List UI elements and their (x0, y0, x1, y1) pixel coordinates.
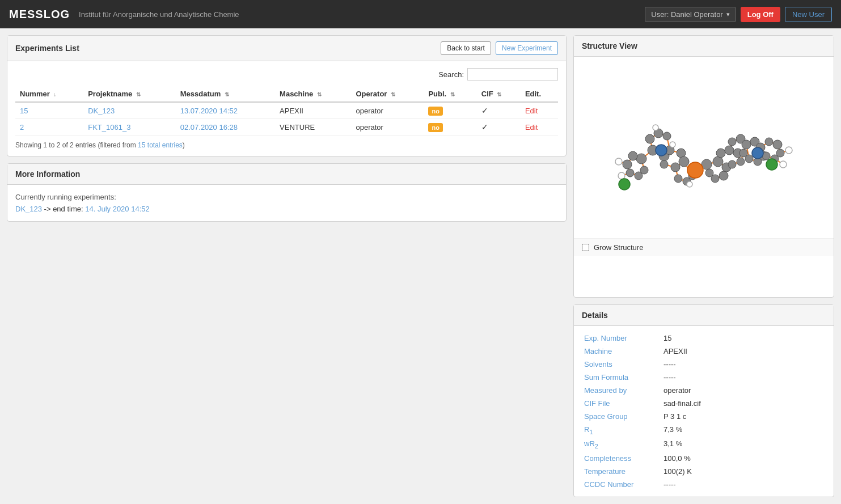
col-cif[interactable]: CIF ⇅ (477, 86, 521, 102)
svg-point-63 (679, 156, 689, 167)
svg-point-86 (737, 158, 745, 166)
logoff-button[interactable]: Log Off (741, 7, 780, 22)
projektname-link[interactable]: FKT_1061_3 (88, 123, 130, 132)
detail-value: operator (661, 384, 826, 397)
new-experiment-button[interactable]: New Experiment (496, 41, 558, 55)
detail-value: ----- (661, 358, 826, 371)
detail-value: P 3 1 c (661, 410, 826, 423)
edit-link[interactable]: Edit (525, 123, 538, 132)
nummer-link[interactable]: 2 (20, 123, 24, 132)
table-row: 2 FKT_1061_3 02.07.2020 16:28 VENTURE op… (15, 119, 558, 135)
detail-value: 3,1 % (661, 437, 826, 452)
details-row: Space Group P 3 1 c (582, 410, 826, 423)
grow-structure-checkbox[interactable] (582, 244, 589, 251)
details-row: Solvents ----- (582, 358, 826, 371)
cell-messdatum: 13.07.2020 14:52 (176, 102, 275, 119)
table-row: 15 DK_123 13.07.2020 14:52 APEXII operat… (15, 102, 558, 119)
svg-point-80 (719, 171, 728, 180)
col-publ[interactable]: Publ. ⇅ (424, 86, 476, 102)
running-exp-link[interactable]: DK_123 (15, 205, 42, 213)
experiments-list-card: Experiments List Back to start New Exper… (7, 35, 567, 156)
left-panel: Experiments List Back to start New Exper… (7, 35, 567, 497)
svg-point-66 (645, 134, 654, 143)
app-logo: MESSLOG (9, 8, 70, 21)
nummer-link[interactable]: 15 (20, 107, 28, 115)
running-label: Currently running experiments: (15, 193, 558, 201)
main-layout: Experiments List Back to start New Exper… (0, 28, 841, 504)
detail-label: CCDC Number (582, 478, 661, 491)
experiments-table: Nummer ↓ Projektname ⇅ Messdatum ⇅ Masch… (15, 86, 558, 135)
detail-label: Completeness (582, 452, 661, 465)
svg-point-107 (670, 142, 675, 147)
back-to-start-button[interactable]: Back to start (441, 41, 491, 55)
publ-badge: no (428, 107, 442, 116)
experiments-list-title: Experiments List (15, 44, 79, 53)
col-messdatum[interactable]: Messdatum ⇅ (176, 86, 275, 102)
cell-edit: Edit (521, 102, 558, 119)
more-information-title: More Information (15, 170, 80, 179)
col-nummer[interactable]: Nummer ↓ (15, 86, 83, 102)
detail-label: Sum Formula (582, 371, 661, 384)
details-row: CCDC Number ----- (582, 478, 826, 491)
orange-atom (687, 162, 703, 178)
cell-publ: no (424, 102, 476, 119)
detail-value: 100(2) K (661, 465, 826, 478)
details-row: R1 7,3 % (582, 423, 826, 438)
col-edit[interactable]: Edit. (521, 86, 558, 102)
svg-point-102 (615, 158, 622, 165)
experiments-list-header: Experiments List Back to start New Exper… (7, 36, 566, 61)
total-entries-link[interactable]: 15 total entries (138, 141, 183, 149)
detail-value: 100,0 % (661, 452, 826, 465)
cell-maschine: VENTURE (275, 119, 351, 135)
cell-messdatum: 02.07.2020 16:28 (176, 119, 275, 135)
detail-value: sad-final.cif (661, 397, 826, 410)
cell-edit: Edit (521, 119, 558, 135)
search-input[interactable] (467, 68, 558, 81)
svg-point-112 (766, 159, 777, 170)
more-information-card: More Information Currently running exper… (7, 163, 567, 222)
new-user-button[interactable]: New User (785, 7, 832, 22)
detail-label: CIF File (582, 397, 661, 410)
detail-label: Space Group (582, 410, 661, 423)
search-row: Search: (15, 68, 558, 81)
svg-point-110 (752, 147, 763, 159)
cell-publ: no (424, 119, 476, 135)
search-label: Search: (438, 70, 464, 79)
svg-point-87 (728, 160, 736, 168)
col-maschine[interactable]: Maschine ⇅ (275, 86, 351, 102)
svg-point-70 (623, 160, 632, 169)
more-information-body: Currently running experiments: DK_123 ->… (7, 185, 566, 221)
detail-label: Machine (582, 345, 661, 358)
svg-point-98 (773, 140, 782, 149)
col-projektname[interactable]: Projektname ⇅ (83, 86, 176, 102)
details-row: Sum Formula ----- (582, 371, 826, 384)
running-experiment: DK_123 -> end time: 14. July 2020 14:52 (15, 205, 558, 213)
cell-projektname: DK_123 (83, 102, 176, 119)
details-row: Exp. Number 15 (582, 332, 826, 345)
svg-point-103 (618, 172, 625, 179)
col-operator[interactable]: Operator ⇅ (352, 86, 424, 102)
detail-label: Temperature (582, 465, 661, 478)
cell-maschine: APEXII (275, 102, 351, 119)
grow-structure-row: Grow Structure (574, 238, 834, 256)
svg-point-106 (653, 125, 658, 130)
experiments-table-body: 15 DK_123 13.07.2020 14:52 APEXII operat… (15, 102, 558, 135)
details-body: Exp. Number 15 Machine APEXII Solvents -… (574, 326, 834, 497)
projektname-link[interactable]: DK_123 (88, 107, 115, 115)
running-exp-date[interactable]: 14. July 2020 14:52 (85, 205, 149, 213)
edit-link[interactable]: Edit (525, 107, 538, 115)
user-dropdown[interactable]: User: Daniel Operator (645, 7, 736, 22)
cell-nummer: 2 (15, 119, 83, 135)
details-title: Details (582, 311, 608, 320)
cell-cif: ✓ (477, 102, 521, 119)
svg-point-83 (716, 149, 725, 158)
svg-point-88 (728, 138, 736, 146)
user-label: User: Daniel Operator (651, 10, 722, 19)
svg-point-74 (674, 175, 682, 183)
grow-structure-label[interactable]: Grow Structure (594, 243, 643, 252)
svg-point-111 (619, 179, 630, 190)
svg-point-104 (785, 147, 792, 154)
structure-view-card: Structure View (573, 35, 834, 298)
svg-point-82 (705, 169, 713, 177)
svg-point-96 (745, 155, 753, 163)
